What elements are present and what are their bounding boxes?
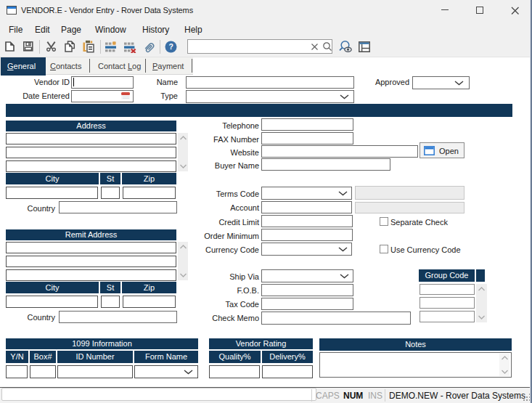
svg-text:?: ? bbox=[168, 42, 173, 51]
